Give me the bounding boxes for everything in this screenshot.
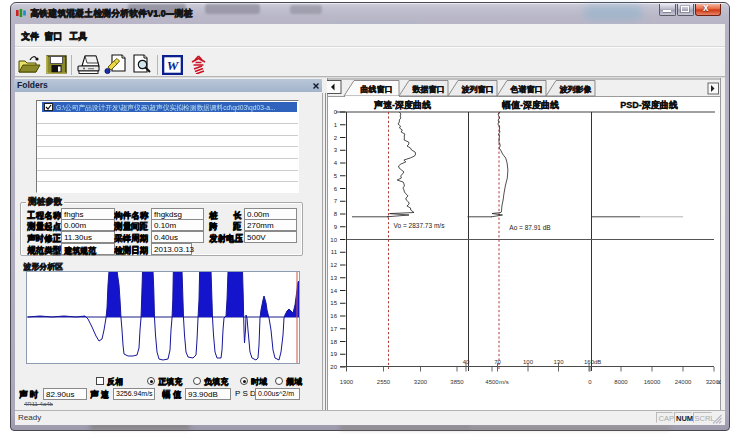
svg-text:幅值-深度曲线: 幅值-深度曲线 [502, 100, 559, 110]
svg-text:6: 6 [334, 186, 338, 192]
svg-text:8: 8 [334, 211, 338, 217]
svg-text:数据窗口: 数据窗口 [412, 84, 445, 94]
svg-text:5: 5 [334, 173, 338, 179]
svg-text:1900: 1900 [340, 379, 354, 385]
svg-text:m/s: m/s [499, 379, 509, 385]
svg-text:波列窗口: 波列窗口 [461, 84, 494, 94]
svg-text:16: 16 [330, 313, 337, 319]
svg-text:3: 3 [334, 147, 338, 153]
svg-text:Ao = 87.91 dB: Ao = 87.91 dB [509, 224, 550, 231]
svg-text:2: 2 [334, 135, 338, 141]
svg-text:曲线窗口: 曲线窗口 [361, 84, 393, 94]
svg-text:3850: 3850 [450, 379, 464, 385]
svg-text:17: 17 [330, 326, 337, 332]
svg-text:0: 0 [588, 379, 592, 385]
svg-text:13: 13 [330, 275, 337, 281]
svg-text:15: 15 [330, 300, 337, 306]
svg-text:11: 11 [331, 249, 338, 255]
svg-text:dB: dB [594, 359, 601, 365]
svg-text:8000: 8000 [614, 379, 628, 385]
svg-text:10: 10 [330, 237, 337, 243]
svg-text:波列影像: 波列影像 [559, 85, 592, 94]
svg-text:19: 19 [330, 351, 337, 357]
svg-text:u: u [717, 379, 720, 385]
svg-text:7: 7 [334, 198, 338, 204]
svg-text:12: 12 [330, 262, 337, 268]
svg-text:14: 14 [330, 288, 337, 294]
svg-text:3200: 3200 [414, 379, 428, 385]
svg-text:4500: 4500 [485, 379, 499, 385]
svg-text:色谱窗口: 色谱窗口 [510, 84, 543, 94]
svg-text:20: 20 [330, 364, 337, 370]
svg-text:4: 4 [334, 160, 338, 166]
svg-text:PSD-深度曲线: PSD-深度曲线 [620, 100, 678, 110]
svg-text:Vo = 2837.73 m/s: Vo = 2837.73 m/s [394, 222, 446, 229]
svg-text:声速-深度曲线: 声速-深度曲线 [373, 100, 431, 110]
svg-text:2550: 2550 [377, 379, 391, 385]
svg-text:16000: 16000 [644, 379, 661, 385]
svg-text:18: 18 [330, 339, 337, 345]
svg-text:W: W [167, 58, 180, 73]
svg-text:9: 9 [334, 224, 338, 230]
svg-text:24000: 24000 [675, 379, 692, 385]
svg-text:1: 1 [334, 122, 338, 128]
